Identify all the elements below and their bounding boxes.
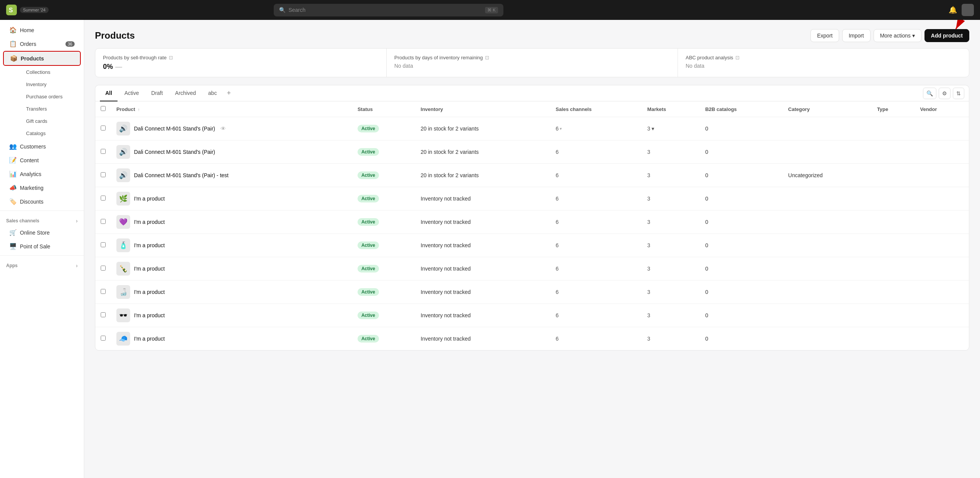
tab-all[interactable]: All	[100, 85, 118, 101]
import-button[interactable]: Import	[842, 29, 871, 42]
tab-draft[interactable]: Draft	[146, 85, 168, 101]
tab-abc[interactable]: abc	[203, 85, 222, 101]
header-checkbox-cell	[95, 101, 111, 117]
more-actions-button[interactable]: More actions ▾	[874, 29, 921, 42]
table-row: 🧢I'm a productActiveInventory not tracke…	[95, 327, 969, 351]
row-category-cell	[783, 304, 872, 327]
stat-nodata-inventory: No data	[394, 63, 670, 69]
sidebar-item-home[interactable]: 🏠 Home	[3, 23, 81, 37]
product-name-link[interactable]: Dali Connect M-601 Stand's (Pair)	[134, 126, 215, 132]
sidebar-item-online-store-label: Online Store	[20, 230, 50, 236]
row-checkbox[interactable]	[101, 266, 106, 271]
channel-dropdown-icon[interactable]: ▾	[560, 126, 562, 131]
sidebar-item-customers[interactable]: 👥 Customers	[3, 140, 81, 153]
info-icon-1: ⊡	[169, 55, 173, 60]
product-thumbnail: 🔊	[116, 145, 130, 159]
row-b2b-cell: 0	[700, 117, 783, 140]
sidebar-item-analytics[interactable]: 📊 Analytics	[3, 167, 81, 181]
product-thumbnail: 🍾	[116, 262, 130, 276]
row-status-cell: Active	[352, 234, 415, 257]
row-vendor-cell	[915, 327, 969, 351]
sidebar-item-purchase-orders[interactable]: Purchase orders	[20, 91, 81, 103]
export-button[interactable]: Export	[810, 29, 839, 42]
avatar[interactable]	[962, 4, 974, 16]
row-vendor-cell	[915, 210, 969, 234]
row-checkbox[interactable]	[101, 172, 106, 177]
sidebar-item-discounts[interactable]: 🏷️ Discounts	[3, 195, 81, 208]
top-navigation: S Summer '24 🔍 ⌘ K 🔔	[0, 0, 980, 20]
search-area[interactable]: 🔍 ⌘ K	[274, 4, 503, 16]
row-checkbox[interactable]	[101, 289, 106, 294]
stat-label-sell-through: Products by sell-through rate ⊡	[103, 55, 379, 60]
row-checkbox[interactable]	[101, 126, 106, 131]
sidebar-item-collections-label: Collections	[26, 69, 51, 75]
sidebar-item-inventory[interactable]: Inventory	[20, 78, 81, 90]
row-b2b-cell: 0	[700, 164, 783, 187]
select-all-checkbox[interactable]	[101, 106, 106, 111]
row-checkbox[interactable]	[101, 242, 106, 247]
table-row: 🍶I'm a productActiveInventory not tracke…	[95, 281, 969, 304]
row-checkbox-cell	[95, 281, 111, 304]
search-bar[interactable]: 🔍 ⌘ K	[274, 4, 503, 16]
sidebar-item-point-of-sale[interactable]: 🖥️ Point of Sale	[3, 240, 81, 253]
tab-add-button[interactable]: +	[224, 86, 234, 100]
row-checkbox[interactable]	[101, 149, 106, 154]
product-thumbnail: 🍶	[116, 285, 130, 299]
analytics-icon: 📊	[9, 170, 16, 178]
stat-card-inventory-days[interactable]: Products by days of inventory remaining …	[387, 49, 678, 77]
main-content: Products Export Import More actions ▾ Ad…	[84, 20, 980, 478]
row-product-cell: 🌿I'm a product	[111, 187, 352, 210]
summer-badge: Summer '24	[20, 7, 49, 13]
add-product-wrapper: Add product	[924, 29, 969, 42]
expand-icon[interactable]: ›	[76, 218, 78, 224]
table-row: 🔊Dali Connect M-601 Stand's (Pair)Active…	[95, 140, 969, 164]
sidebar-item-orders[interactable]: 📋 Orders 36	[3, 37, 81, 51]
tab-active[interactable]: Active	[119, 85, 144, 101]
sidebar-item-content[interactable]: 📝 Content	[3, 153, 81, 167]
row-markets-cell: 3	[642, 140, 700, 164]
row-status-cell: Active	[352, 187, 415, 210]
filter-button[interactable]: ⚙	[939, 88, 951, 99]
tab-archived[interactable]: Archived	[170, 85, 201, 101]
row-type-cell	[872, 257, 915, 281]
row-checkbox[interactable]	[101, 312, 106, 317]
market-dropdown-icon[interactable]: ▾	[652, 126, 654, 132]
row-product-cell: 🔊Dali Connect M-601 Stand's (Pair)👁	[111, 117, 352, 140]
add-product-button[interactable]: Add product	[924, 29, 969, 42]
sidebar-item-gift-cards[interactable]: Gift cards	[20, 115, 81, 127]
table-row: 🌿I'm a productActiveInventory not tracke…	[95, 187, 969, 210]
notification-bell-icon[interactable]: 🔔	[949, 6, 957, 14]
products-table-section: All Active Draft Archived abc + 🔍 ⚙ ⇅	[95, 85, 969, 351]
row-category-cell	[783, 117, 872, 140]
stat-card-abc[interactable]: ABC product analysis ⊡ No data	[678, 49, 969, 77]
sidebar-item-content-label: Content	[20, 157, 39, 163]
info-icon-2: ⊡	[485, 55, 489, 60]
row-product-cell: 🍾I'm a product	[111, 257, 352, 281]
row-checkbox[interactable]	[101, 219, 106, 224]
row-checkbox[interactable]	[101, 336, 106, 341]
row-sales-channels-cell: 6	[550, 327, 642, 351]
table-body: 🔊Dali Connect M-601 Stand's (Pair)👁Activ…	[95, 117, 969, 351]
logo-area[interactable]: S Summer '24	[6, 5, 49, 15]
row-checkbox[interactable]	[101, 196, 106, 201]
header-category: Category	[783, 101, 872, 117]
stat-card-sell-through[interactable]: Products by sell-through rate ⊡ 0% —	[95, 49, 387, 77]
search-filter-button[interactable]: 🔍	[923, 88, 936, 99]
apps-expand-icon[interactable]: ›	[76, 263, 78, 269]
product-thumbnail: 🧢	[116, 332, 130, 346]
sidebar-item-catalogs[interactable]: Catalogs	[20, 127, 81, 139]
sidebar-item-catalogs-label: Catalogs	[26, 131, 46, 136]
product-name: I'm a product	[134, 242, 165, 248]
sidebar-item-transfers[interactable]: Transfers	[20, 103, 81, 115]
sidebar-item-collections[interactable]: Collections	[20, 66, 81, 78]
search-input[interactable]	[289, 7, 482, 13]
sidebar-item-marketing[interactable]: 📣 Marketing	[3, 181, 81, 194]
row-b2b-cell: 0	[700, 304, 783, 327]
sidebar-item-online-store[interactable]: 🛒 Online Store	[3, 226, 81, 239]
sort-button[interactable]: ⇅	[953, 88, 964, 99]
header-product[interactable]: Product ↑	[111, 101, 352, 117]
content-icon: 📝	[9, 157, 16, 164]
row-checkbox-cell	[95, 187, 111, 210]
row-category-cell: Uncategorized	[783, 164, 872, 187]
sidebar-item-products[interactable]: 📦 Products	[3, 51, 81, 66]
